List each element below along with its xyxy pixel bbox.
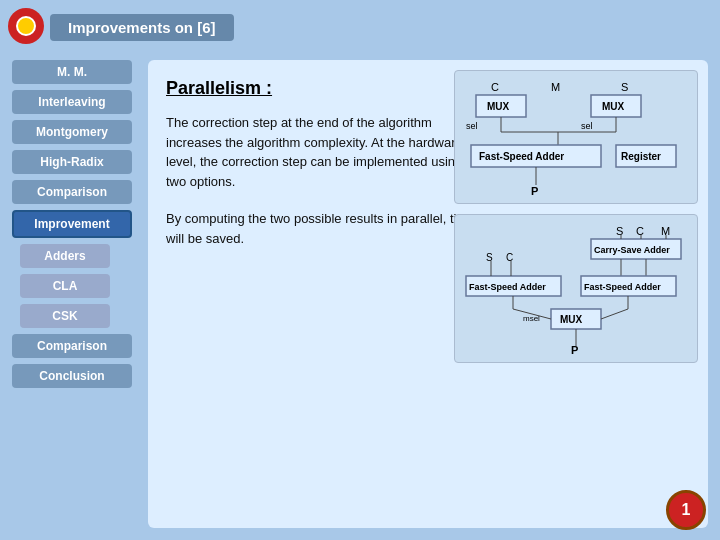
sidebar-item-comparison2-label: Comparison — [37, 339, 107, 353]
sidebar-item-adders-label: Adders — [44, 249, 85, 263]
svg-text:Fast-Speed Adder: Fast-Speed Adder — [584, 282, 661, 292]
sidebar-item-mm-label: M. M. — [57, 65, 87, 79]
sidebar-item-high-radix[interactable]: High-Radix — [12, 150, 132, 174]
sidebar-item-improvement[interactable]: Improvement — [12, 210, 132, 238]
svg-text:C: C — [636, 225, 644, 237]
sidebar-item-csk-label: CSK — [52, 309, 77, 323]
svg-text:P: P — [571, 344, 578, 356]
top-logo — [8, 8, 44, 44]
svg-text:MUX: MUX — [602, 101, 625, 112]
sidebar-item-conclusion[interactable]: Conclusion — [12, 364, 132, 388]
svg-text:Carry-Save Adder: Carry-Save Adder — [594, 245, 670, 255]
sidebar-item-cla[interactable]: CLA — [20, 274, 110, 298]
sidebar-item-conclusion-label: Conclusion — [39, 369, 104, 383]
sidebar-item-comparison1[interactable]: Comparison — [12, 180, 132, 204]
diagram-bottom: S C M S C Carry-Save Adder Fast-Speed A — [454, 214, 698, 363]
sidebar-item-montgomery-label: Montgomery — [36, 125, 108, 139]
sidebar: M. M. Interleaving Montgomery High-Radix… — [12, 60, 132, 388]
paragraph1: The correction step at the end of the al… — [166, 113, 476, 191]
svg-line-42 — [601, 309, 628, 319]
diagram-top: C M S MUX MUX sel sel Fast-Speed Adder — [454, 70, 698, 204]
sidebar-item-adders[interactable]: Adders — [20, 244, 110, 268]
top-diagram-svg: C M S MUX MUX sel sel Fast-Speed Adder — [461, 77, 691, 197]
svg-text:C: C — [491, 81, 499, 93]
sidebar-item-comparison2[interactable]: Comparison — [12, 334, 132, 358]
svg-text:sel: sel — [466, 121, 478, 131]
bottom-badge: 1 — [666, 490, 706, 530]
sidebar-item-csk[interactable]: CSK — [20, 304, 110, 328]
svg-text:M: M — [551, 81, 560, 93]
svg-text:P: P — [531, 185, 538, 197]
diagrams-area: C M S MUX MUX sel sel Fast-Speed Adder — [454, 70, 698, 363]
sidebar-item-cla-label: CLA — [53, 279, 78, 293]
paragraph2: By computing the two possible results in… — [166, 209, 476, 248]
title-text: Improvements on [6] — [68, 19, 216, 36]
svg-text:Register: Register — [621, 151, 661, 162]
logo-inner — [16, 16, 36, 36]
svg-text:sel: sel — [581, 121, 593, 131]
svg-text:S: S — [621, 81, 628, 93]
sidebar-item-comparison1-label: Comparison — [37, 185, 107, 199]
sidebar-item-improvement-label: Improvement — [34, 217, 109, 231]
sidebar-item-mm[interactable]: M. M. — [12, 60, 132, 84]
svg-text:msel: msel — [523, 314, 540, 323]
bottom-diagram-svg: S C M S C Carry-Save Adder Fast-Speed A — [461, 221, 691, 356]
svg-text:Fast-Speed Adder: Fast-Speed Adder — [469, 282, 546, 292]
svg-text:Fast-Speed Adder: Fast-Speed Adder — [479, 151, 564, 162]
main-content: Parallelism : The correction step at the… — [148, 60, 708, 528]
svg-text:MUX: MUX — [560, 314, 583, 325]
svg-text:S: S — [486, 252, 493, 263]
badge-label: 1 — [682, 501, 691, 519]
svg-text:C: C — [506, 252, 513, 263]
title-bar: Improvements on [6] — [50, 14, 234, 41]
svg-text:MUX: MUX — [487, 101, 510, 112]
sidebar-item-interleaving[interactable]: Interleaving — [12, 90, 132, 114]
sidebar-item-high-radix-label: High-Radix — [40, 155, 103, 169]
svg-text:S: S — [616, 225, 623, 237]
sidebar-item-interleaving-label: Interleaving — [38, 95, 105, 109]
sidebar-item-montgomery[interactable]: Montgomery — [12, 120, 132, 144]
